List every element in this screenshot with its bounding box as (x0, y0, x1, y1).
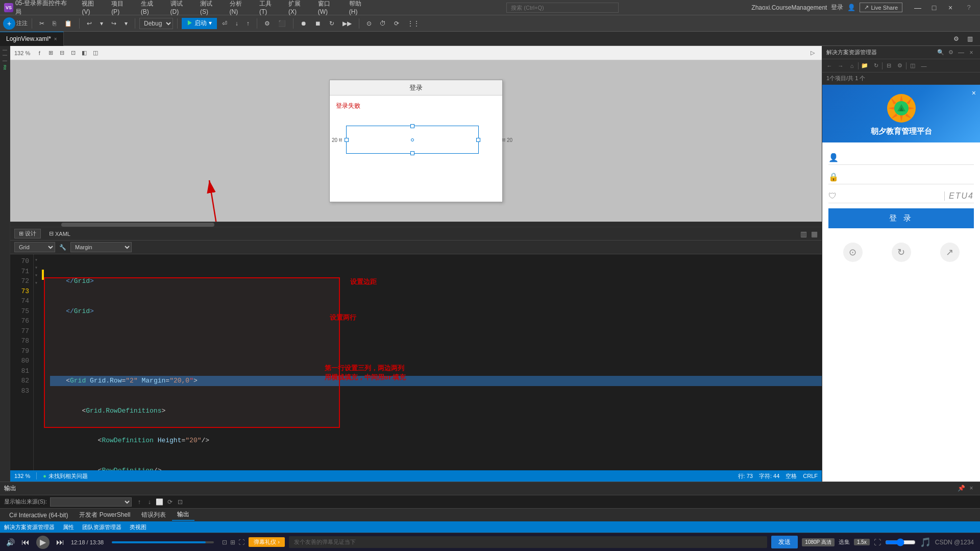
handle-right[interactable] (476, 138, 480, 142)
live-share-button[interactable]: ↗ Live Share (860, 3, 902, 12)
social-icon-1[interactable]: ⊙ (843, 243, 863, 262)
code-content[interactable]: </Grid> </Grid> <Grid Grid.Row="2" Margi… (44, 254, 822, 470)
output-stop-btn[interactable]: ⬜ (155, 498, 164, 506)
breakpoint-button[interactable]: ⬛ (275, 19, 289, 28)
sol-btn-settings2[interactable]: ⚙ (895, 61, 905, 70)
element-selector[interactable]: Grid (14, 242, 55, 252)
undo-button[interactable]: ↩ (84, 19, 95, 28)
menu-project[interactable]: 项目(P) (107, 0, 136, 16)
sol-btn-folder[interactable]: 📁 (860, 61, 870, 70)
media-prev-btn[interactable]: ⏮ (19, 536, 32, 549)
media-icon-3[interactable]: ⛶ (238, 539, 244, 546)
add-button[interactable]: + (3, 17, 15, 30)
tab-loginview-close[interactable]: × (54, 36, 57, 42)
minimize-button[interactable]: — (911, 3, 925, 13)
target-button[interactable]: ⊙ (363, 19, 375, 28)
captcha-input[interactable] (841, 192, 944, 200)
output-down-btn[interactable]: ↓ (145, 498, 154, 506)
menu-help[interactable]: 帮助(H) (345, 0, 374, 16)
btab-powershell[interactable]: 开发者 PowerShell (74, 510, 135, 520)
handle-top[interactable] (410, 124, 414, 128)
menu-build[interactable]: 生成(B) (137, 0, 165, 16)
collapse-79[interactable]: ▾ (35, 279, 41, 287)
media-next-btn[interactable]: ⏭ (54, 536, 67, 549)
canvas-scrollbar[interactable] (10, 222, 822, 227)
function-icon[interactable]: f (34, 48, 44, 58)
expand-canvas-icon[interactable]: ▷ (807, 48, 818, 58)
output-pin-btn[interactable]: 📌 (957, 484, 966, 493)
search-input[interactable] (506, 3, 619, 13)
grid-large-icon[interactable]: ⊟ (57, 48, 67, 58)
sol-btn-refresh[interactable]: ↻ (871, 61, 881, 70)
input-field-frame[interactable] (346, 126, 479, 154)
collapse-74[interactable]: ▾ (35, 264, 41, 272)
stop-button[interactable]: ⏹ (312, 19, 324, 28)
output-source-select[interactable] (50, 497, 132, 507)
collapse-73[interactable]: ▾ (35, 256, 41, 264)
panel-settings[interactable]: ⚙ (950, 34, 962, 43)
sidebar-icon-2[interactable]: | (1, 53, 9, 57)
collapse-78[interactable]: ▾ (35, 272, 41, 279)
step-out-button[interactable]: ↑ (243, 19, 253, 28)
refresh-button[interactable]: ↻ (326, 19, 337, 28)
status-issues[interactable]: ● 未找到相关问题 (43, 472, 88, 480)
start-button[interactable]: ▶ 启动 ▾ (182, 18, 217, 29)
media-play-btn[interactable]: ▶ (36, 536, 50, 549)
menu-analyze[interactable]: 分析(N) (226, 0, 254, 16)
debug-mode-select[interactable]: Debug (139, 18, 173, 29)
solution-close-btn[interactable]: × (967, 48, 976, 57)
media-icon-1[interactable]: ⊡ (222, 539, 227, 546)
menu-window[interactable]: 窗口(W) (314, 0, 344, 16)
timer-button[interactable]: ⏱ (377, 19, 389, 28)
btab-csharp[interactable]: C# Interactive (64-bit) (4, 511, 73, 520)
menu-extensions[interactable]: 扩展(X) (284, 0, 313, 16)
social-icon-2[interactable]: ↻ (892, 243, 911, 262)
close-button[interactable]: × (943, 3, 958, 13)
output-clear-btn[interactable]: ⟳ (165, 498, 175, 506)
app-login-button[interactable]: 登 录 (828, 208, 974, 228)
continue-button[interactable]: ▶▶ (339, 19, 355, 28)
password-input[interactable] (843, 173, 974, 181)
grid-small-icon[interactable]: ⊞ (45, 48, 56, 58)
property-selector[interactable]: Margin (70, 242, 132, 252)
code-scroll-area[interactable]: 70 71 72 73 74 75 76 77 78 79 80 81 82 8… (10, 254, 822, 470)
sol-btn-forward[interactable]: → (836, 61, 846, 70)
sol-tab-2[interactable]: 团队资源管理器 (82, 523, 121, 531)
handle-bottom[interactable] (410, 151, 414, 155)
media-select-label[interactable]: 选集 (839, 538, 850, 546)
media-volume-btn[interactable]: 🔊 (6, 538, 15, 546)
redo-button[interactable]: ↪ (108, 19, 119, 28)
status-zoom[interactable]: 132 % (14, 473, 30, 479)
solution-search-btn[interactable]: 🔍 (936, 48, 945, 57)
more-button[interactable]: ⋮⋮ (404, 19, 423, 28)
sidebar-icon-active[interactable]: Rit (2, 64, 8, 71)
artboard-icon[interactable]: ◫ (90, 48, 101, 58)
split-view-button[interactable]: ▥ (800, 230, 807, 238)
cut-button[interactable]: ✂ (36, 19, 47, 28)
menu-debug[interactable]: 调试(D) (166, 0, 195, 16)
solution-settings-btn[interactable]: ⚙ (946, 48, 955, 57)
panel-toggle[interactable]: ▥ (964, 34, 976, 43)
build-button[interactable]: ⚙ (261, 19, 273, 28)
sol-btn-preview[interactable]: ◫ (908, 61, 918, 70)
right-scrollbar[interactable] (976, 85, 980, 482)
sol-btn-home[interactable]: ⌂ (847, 61, 857, 70)
menu-test[interactable]: 测试(S) (196, 0, 225, 16)
media-fullscreen-btn[interactable]: ⛶ (874, 538, 881, 546)
step-into-button[interactable]: ↓ (232, 19, 241, 28)
menu-tools[interactable]: 工具(T) (255, 0, 283, 16)
sol-btn-back[interactable]: ← (824, 61, 835, 70)
media-speed-badge[interactable]: 1.5x (854, 539, 870, 545)
media-progress[interactable] (112, 541, 214, 543)
help-button[interactable]: ? (962, 3, 976, 13)
sol-tab-1[interactable]: 属性 (63, 523, 74, 531)
xaml-view-button[interactable]: ⊟ XAML (45, 230, 75, 237)
copy-button[interactable]: ⎘ (50, 19, 59, 28)
record-button[interactable]: ⏺ (298, 19, 310, 28)
tab-loginview[interactable]: LoginView.xaml* × (0, 32, 64, 46)
media-message-input[interactable]: 发个友善的弹幕见证当下 (289, 536, 767, 548)
redo-dropdown[interactable]: ▾ (121, 19, 131, 28)
media-send-button[interactable]: 发送 (771, 536, 798, 548)
media-volume-slider[interactable] (885, 538, 916, 546)
zoom-fit-icon[interactable]: ⊡ (68, 48, 78, 58)
